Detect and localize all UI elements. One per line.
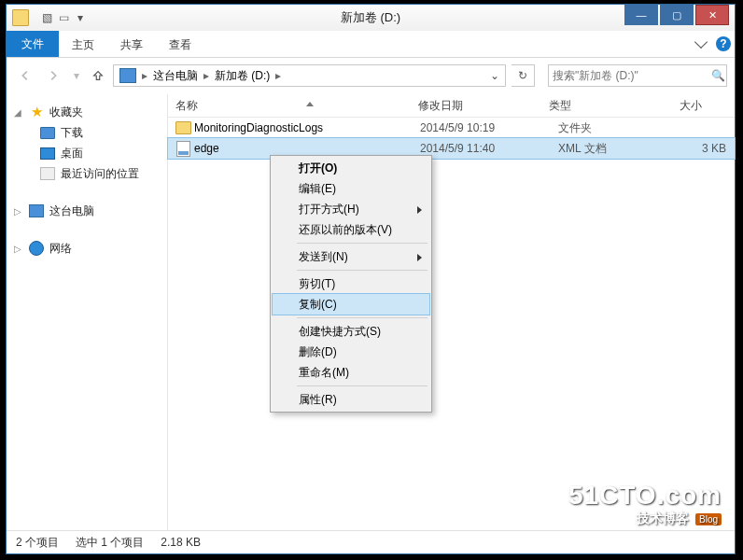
file-row[interactable]: MonitoringDiagnosticLogs 2014/5/9 10:19 … — [168, 118, 735, 138]
qat-properties-icon[interactable]: ▧ — [38, 9, 55, 26]
sidebar-recent[interactable]: 最近访问的位置 — [7, 163, 167, 184]
sidebar-item-label: 最近访问的位置 — [61, 166, 139, 182]
menu-send-to[interactable]: 发送到(N) — [273, 246, 429, 267]
column-size[interactable]: 大小 — [644, 98, 709, 114]
file-type: 文件夹 — [551, 120, 661, 136]
search-box[interactable]: 🔍 — [548, 64, 727, 87]
quick-access-toolbar: ▧ ▭ ▾ — [38, 9, 89, 26]
menu-separator — [297, 243, 428, 244]
column-date[interactable]: 修改日期 — [411, 98, 541, 114]
qat-newfolder-icon[interactable]: ▭ — [55, 9, 72, 26]
tab-file[interactable]: 文件 — [7, 31, 59, 57]
search-input[interactable] — [549, 69, 710, 82]
star-icon: ★ — [29, 105, 44, 119]
watermark: 51CTO.com 技术博客 Blog — [568, 481, 722, 527]
breadcrumb-root[interactable]: 这台电脑 — [149, 68, 202, 84]
tree-expand-icon[interactable]: ▷ — [14, 244, 23, 254]
forward-button[interactable] — [42, 64, 64, 87]
watermark-big: 51CTO.com — [568, 481, 722, 511]
pc-icon — [29, 204, 44, 217]
watermark-blog: Blog — [695, 513, 722, 525]
up-button[interactable] — [89, 66, 107, 85]
file-rows: MonitoringDiagnosticLogs 2014/5/9 10:19 … — [168, 118, 735, 159]
breadcrumb-sep-icon[interactable]: ▸ — [273, 69, 283, 82]
qat-dropdown-icon[interactable]: ▾ — [72, 9, 89, 26]
sidebar-item-label: 下载 — [61, 125, 83, 141]
menu-restore[interactable]: 还原以前的版本(V) — [273, 219, 429, 240]
xml-file-icon — [176, 141, 190, 157]
window-controls: — ▢ ✕ — [624, 5, 735, 31]
folder-icon — [175, 121, 191, 134]
menu-edit[interactable]: 编辑(E) — [273, 178, 429, 199]
sidebar-item-label: 这台电脑 — [49, 203, 94, 219]
context-menu: 打开(O) 编辑(E) 打开方式(H) 还原以前的版本(V) 发送到(N) 剪切… — [270, 155, 432, 413]
breadcrumb-sep-icon[interactable]: ▸ — [140, 69, 149, 82]
back-button[interactable] — [14, 64, 36, 87]
status-selection: 选中 1 个项目 — [76, 535, 144, 551]
column-label: 名称 — [175, 98, 198, 114]
maximize-button[interactable]: ▢ — [660, 5, 694, 25]
menu-open[interactable]: 打开(O) — [273, 158, 429, 178]
explorer-window: ▧ ▭ ▾ 新加卷 (D:) — ▢ ✕ 文件 主页 共享 查看 ? — [6, 4, 736, 554]
column-headers: 名称 修改日期 类型 大小 — [168, 94, 735, 118]
file-type: XML 文档 — [551, 141, 661, 157]
breadcrumb-path[interactable]: 新加卷 (D:) — [211, 68, 273, 84]
breadcrumb-sep-icon[interactable]: ▸ — [202, 69, 211, 82]
history-dropdown-icon[interactable]: ▾ — [70, 64, 83, 87]
tab-home[interactable]: 主页 — [59, 31, 107, 57]
file-row[interactable]: edge 2014/5/9 11:40 XML 文档 3 KB — [168, 138, 735, 159]
downloads-icon — [40, 127, 55, 139]
status-bar: 2 个项目 选中 1 个项目 2.18 KB — [7, 530, 735, 553]
sidebar-this-pc[interactable]: ▷ 这台电脑 — [7, 201, 167, 221]
menu-separator — [297, 270, 428, 271]
tree-collapse-icon[interactable]: ◢ — [14, 107, 23, 118]
titlebar: ▧ ▭ ▾ 新加卷 (D:) — ▢ ✕ — [7, 5, 735, 31]
file-pane: 名称 修改日期 类型 大小 MonitoringDiagnosticLogs 2… — [168, 94, 735, 531]
watermark-small: 技术博客 — [637, 511, 689, 525]
menu-rename[interactable]: 重命名(M) — [273, 362, 429, 383]
sidebar-downloads[interactable]: 下载 — [7, 122, 167, 143]
sidebar-desktop[interactable]: 桌面 — [7, 143, 167, 163]
pc-icon — [119, 68, 136, 83]
nav-row: ▾ ▸ 这台电脑 ▸ 新加卷 (D:) ▸ ⌄ ↻ 🔍 — [7, 58, 735, 93]
menu-separator — [297, 385, 428, 386]
file-size: 3 KB — [661, 142, 734, 155]
network-icon — [29, 241, 44, 256]
minimize-button[interactable]: — — [624, 5, 658, 25]
menu-shortcut[interactable]: 创建快捷方式(S) — [273, 321, 429, 342]
file-name: MonitoringDiagnosticLogs — [192, 121, 413, 134]
menu-cut[interactable]: 剪切(T) — [273, 273, 429, 294]
status-size: 2.18 KB — [161, 536, 201, 549]
sort-asc-icon — [306, 102, 314, 109]
sidebar-network[interactable]: ▷ 网络 — [7, 238, 167, 259]
column-type[interactable]: 类型 — [541, 98, 644, 114]
menu-delete[interactable]: 删除(D) — [273, 342, 429, 362]
desktop-icon — [40, 147, 55, 160]
ribbon-minimize-icon[interactable] — [690, 31, 712, 57]
close-button[interactable]: ✕ — [695, 5, 729, 25]
sidebar-item-label: 收藏夹 — [49, 105, 83, 120]
search-icon[interactable]: 🔍 — [710, 69, 726, 82]
file-date: 2014/5/9 10:19 — [413, 121, 551, 134]
help-icon[interactable]: ? — [712, 31, 735, 57]
column-name[interactable]: 名称 — [168, 98, 411, 114]
tree-expand-icon[interactable]: ▷ — [14, 206, 23, 217]
file-date: 2014/5/9 11:40 — [413, 142, 551, 155]
menu-open-with[interactable]: 打开方式(H) — [273, 199, 429, 219]
status-count: 2 个项目 — [16, 535, 59, 551]
recent-icon — [40, 167, 55, 180]
sidebar-item-label: 网络 — [49, 241, 72, 257]
sidebar-item-label: 桌面 — [61, 146, 83, 161]
tab-share[interactable]: 共享 — [107, 31, 156, 57]
menu-copy[interactable]: 复制(C) — [272, 293, 430, 315]
sidebar: ◢ ★ 收藏夹 下载 桌面 — [7, 94, 168, 531]
ribbon: 文件 主页 共享 查看 ? — [7, 31, 735, 58]
tab-view[interactable]: 查看 — [156, 31, 204, 57]
menu-properties[interactable]: 属性(R) — [273, 389, 429, 410]
address-bar[interactable]: ▸ 这台电脑 ▸ 新加卷 (D:) ▸ ⌄ — [113, 64, 506, 87]
folder-icon — [12, 9, 29, 26]
refresh-button[interactable]: ↻ — [512, 64, 535, 87]
address-dropdown-icon[interactable]: ⌄ — [486, 69, 503, 82]
menu-separator — [297, 317, 428, 318]
sidebar-favorites[interactable]: ◢ ★ 收藏夹 — [7, 102, 167, 122]
